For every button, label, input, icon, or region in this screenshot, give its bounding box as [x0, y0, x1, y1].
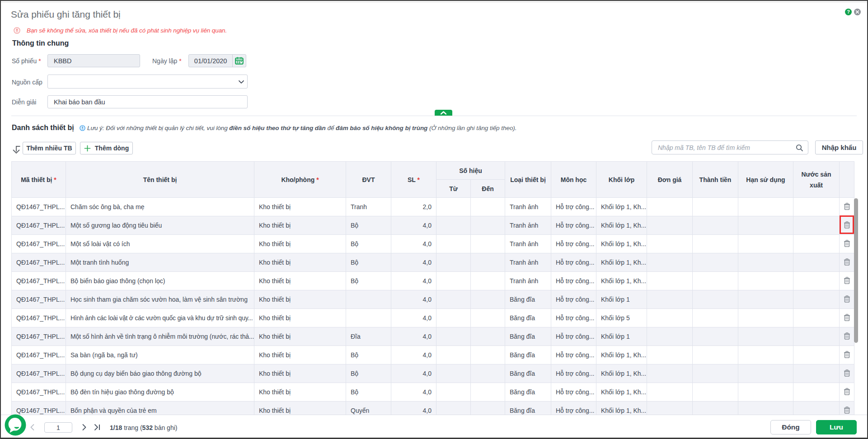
svg-text:?: ? [847, 9, 850, 14]
